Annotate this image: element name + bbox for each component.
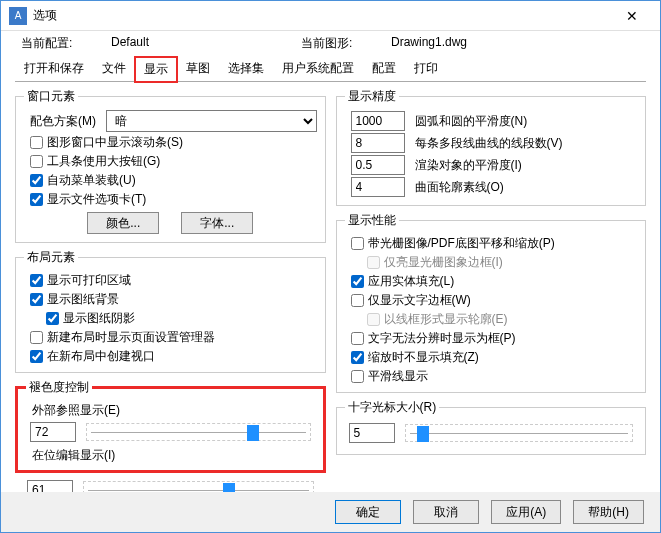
tab-user-prefs[interactable]: 用户系统配置 — [273, 56, 363, 81]
auto-menu-checkbox[interactable] — [30, 174, 43, 187]
dialog-footer: 确定 取消 应用(A) 帮助(H) — [1, 492, 660, 532]
close-button[interactable]: ✕ — [612, 2, 652, 30]
text-frame-checkbox[interactable] — [351, 294, 364, 307]
hl-raster-frame-label: 仅亮显光栅图象边框(I) — [384, 254, 503, 271]
printable-area-label: 显示可打印区域 — [47, 272, 131, 289]
color-scheme-label: 配色方案(M) — [30, 113, 106, 130]
tab-display[interactable]: 显示 — [135, 57, 177, 82]
group-display-precision: 显示精度 圆弧和圆的平滑度(N) 每条多段线曲线的线段数(V) 渲染对象的平滑度… — [336, 88, 647, 206]
text-as-box-checkbox[interactable] — [351, 332, 364, 345]
big-buttons-checkbox[interactable] — [30, 155, 43, 168]
crosshair-legend: 十字光标大小(R) — [345, 399, 440, 416]
text-as-box-label: 文字无法分辨时显示为框(P) — [368, 330, 516, 347]
zoom-nofill-checkbox[interactable] — [351, 351, 364, 364]
group-fade-control: 褪色度控制 外部参照显示(E) 在位编辑显示(I) — [15, 379, 326, 473]
tab-draft[interactable]: 草图 — [177, 56, 219, 81]
group-crosshair: 十字光标大小(R) — [336, 399, 647, 455]
polyline-segs-input[interactable] — [351, 133, 405, 153]
paper-shadow-label: 显示图纸阴影 — [63, 310, 135, 327]
xref-display-input[interactable] — [30, 422, 76, 442]
new-layout-checkbox[interactable] — [30, 331, 43, 344]
tab-open-save[interactable]: 打开和保存 — [15, 56, 93, 81]
group-display-performance: 显示性能 带光栅图像/PDF底图平移和缩放(P) 仅亮显光栅图象边框(I) 应用… — [336, 212, 647, 393]
window-title: 选项 — [33, 7, 612, 24]
render-smooth-label: 渲染对象的平滑度(I) — [415, 157, 522, 174]
xref-display-slider[interactable] — [86, 423, 311, 441]
solid-fill-label: 应用实体填充(L) — [368, 273, 455, 290]
render-smooth-input[interactable] — [351, 155, 405, 175]
crosshair-size-slider[interactable] — [405, 424, 634, 442]
viewport-checkbox[interactable] — [30, 350, 43, 363]
text-frame-label: 仅显示文字边框(W) — [368, 292, 471, 309]
help-button[interactable]: 帮助(H) — [573, 500, 644, 524]
zoom-nofill-label: 缩放时不显示填充(Z) — [368, 349, 479, 366]
ok-button[interactable]: 确定 — [335, 500, 401, 524]
contour-lines-label: 曲面轮廓素线(O) — [415, 179, 504, 196]
tab-plot[interactable]: 打印 — [405, 56, 447, 81]
smooth-line-checkbox[interactable] — [351, 370, 364, 383]
xref-display-label: 外部参照显示(E) — [32, 402, 315, 419]
apply-button[interactable]: 应用(A) — [491, 500, 561, 524]
printable-area-checkbox[interactable] — [30, 274, 43, 287]
paper-shadow-checkbox[interactable] — [46, 312, 59, 325]
config-value: Default — [111, 35, 301, 52]
scrollbars-checkbox[interactable] — [30, 136, 43, 149]
paper-bg-label: 显示图纸背景 — [47, 291, 119, 308]
tab-profiles[interactable]: 配置 — [363, 56, 405, 81]
contour-lines-input[interactable] — [351, 177, 405, 197]
config-label: 当前配置: — [21, 35, 111, 52]
viewport-label: 在新布局中创建视口 — [47, 348, 155, 365]
color-scheme-select[interactable]: 暗 — [106, 110, 317, 132]
fonts-button[interactable]: 字体... — [181, 212, 253, 234]
tab-files[interactable]: 文件 — [93, 56, 135, 81]
arc-smooth-input[interactable] — [351, 111, 405, 131]
polyline-segs-label: 每条多段线曲线的线段数(V) — [415, 135, 563, 152]
tab-strip: 打开和保存 文件 显示 草图 选择集 用户系统配置 配置 打印 — [15, 56, 646, 82]
drawing-value: Drawing1.dwg — [391, 35, 581, 52]
display-performance-legend: 显示性能 — [345, 212, 399, 229]
title-bar: A 选项 ✕ — [1, 1, 660, 31]
cancel-button[interactable]: 取消 — [413, 500, 479, 524]
drawing-label: 当前图形: — [301, 35, 391, 52]
fade-control-legend: 褪色度控制 — [26, 379, 92, 396]
hl-raster-frame-checkbox — [367, 256, 380, 269]
big-buttons-label: 工具条使用大按钮(G) — [47, 153, 160, 170]
wireframe-label: 以线框形式显示轮廓(E) — [384, 311, 508, 328]
inplace-edit-label: 在位编辑显示(I) — [32, 447, 315, 464]
smooth-line-label: 平滑线显示 — [368, 368, 428, 385]
raster-pan-checkbox[interactable] — [351, 237, 364, 250]
app-icon: A — [9, 7, 27, 25]
info-row: 当前配置: Default 当前图形: Drawing1.dwg — [1, 31, 660, 52]
display-precision-legend: 显示精度 — [345, 88, 399, 105]
window-elements-legend: 窗口元素 — [24, 88, 78, 105]
scrollbars-label: 图形窗口中显示滚动条(S) — [47, 134, 183, 151]
colors-button[interactable]: 颜色... — [87, 212, 159, 234]
arc-smooth-label: 圆弧和圆的平滑度(N) — [415, 113, 528, 130]
group-window-elements: 窗口元素 配色方案(M) 暗 图形窗口中显示滚动条(S) 工具条使用大按钮(G)… — [15, 88, 326, 243]
layout-elements-legend: 布局元素 — [24, 249, 78, 266]
file-tabs-checkbox[interactable] — [30, 193, 43, 206]
auto-menu-label: 自动菜单装载(U) — [47, 172, 136, 189]
file-tabs-label: 显示文件选项卡(T) — [47, 191, 146, 208]
raster-pan-label: 带光栅图像/PDF底图平移和缩放(P) — [368, 235, 555, 252]
new-layout-label: 新建布局时显示页面设置管理器 — [47, 329, 215, 346]
solid-fill-checkbox[interactable] — [351, 275, 364, 288]
paper-bg-checkbox[interactable] — [30, 293, 43, 306]
crosshair-size-input[interactable] — [349, 423, 395, 443]
wireframe-checkbox — [367, 313, 380, 326]
tab-selection[interactable]: 选择集 — [219, 56, 273, 81]
group-layout-elements: 布局元素 显示可打印区域 显示图纸背景 显示图纸阴影 新建布局时显示页面设置管理… — [15, 249, 326, 373]
